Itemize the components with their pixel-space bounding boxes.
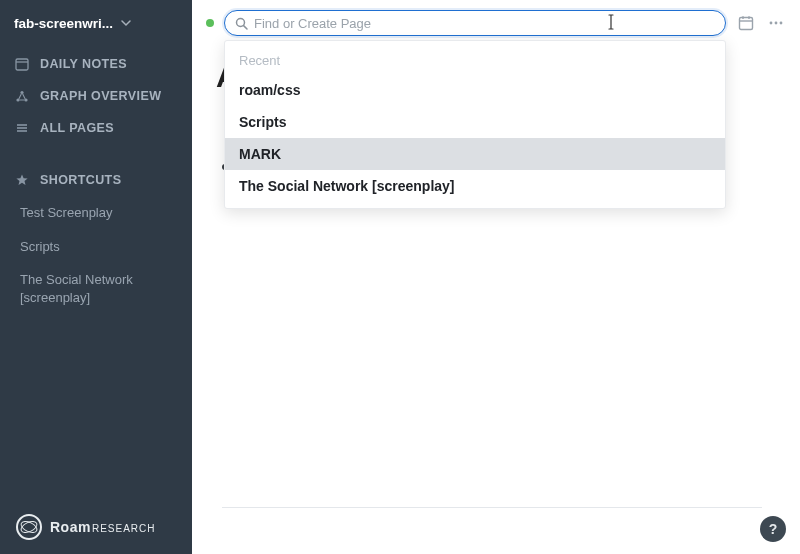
graph-icon xyxy=(14,88,30,104)
svg-point-4 xyxy=(20,91,23,94)
sidebar-item-all-pages[interactable]: ALL PAGES xyxy=(0,112,192,144)
dropdown-item[interactable]: roam/css xyxy=(225,74,725,106)
chevron-down-icon xyxy=(121,14,131,32)
dropdown-item[interactable]: The Social Network [screenplay] xyxy=(225,170,725,202)
svg-line-9 xyxy=(244,25,247,28)
help-button-label: ? xyxy=(769,521,778,537)
sidebar-item-label: DAILY NOTES xyxy=(40,57,127,71)
svg-rect-10 xyxy=(740,18,753,30)
calendar-icon xyxy=(14,56,30,72)
search-box[interactable] xyxy=(224,10,726,36)
search-dropdown: Recent roam/css Scripts MARK The Social … xyxy=(224,40,726,209)
search-icon xyxy=(235,17,248,30)
divider xyxy=(222,507,762,508)
dropdown-item-label: The Social Network [screenplay] xyxy=(239,178,455,194)
svg-point-15 xyxy=(775,22,778,25)
more-icon[interactable] xyxy=(766,13,786,33)
database-selector[interactable]: fab-screenwri... xyxy=(0,4,192,42)
dropdown-item[interactable]: MARK xyxy=(225,138,725,170)
dropdown-item-label: roam/css xyxy=(239,82,300,98)
sidebar-item-label: ALL PAGES xyxy=(40,121,114,135)
database-name: fab-screenwri... xyxy=(14,16,113,31)
shortcut-item[interactable]: The Social Network [screenplay] xyxy=(0,263,192,314)
roam-logo-icon xyxy=(16,514,42,540)
shortcut-item[interactable]: Test Screenplay xyxy=(0,196,192,230)
sidebar-shortcuts-header: SHORTCUTS xyxy=(0,164,192,196)
topbar: Recent roam/css Scripts MARK The Social … xyxy=(192,0,800,46)
main-area: Recent roam/css Scripts MARK The Social … xyxy=(192,0,800,554)
brand[interactable]: RoamRESEARCH xyxy=(0,500,192,554)
menu-icon xyxy=(14,120,30,136)
shortcut-label: The Social Network [screenplay] xyxy=(20,272,133,305)
sidebar-item-graph-overview[interactable]: GRAPH OVERVIEW xyxy=(0,80,192,112)
dropdown-item[interactable]: Scripts xyxy=(225,106,725,138)
shortcut-label: Scripts xyxy=(20,239,60,254)
sidebar-item-daily-notes[interactable]: DAILY NOTES xyxy=(0,48,192,80)
svg-rect-0 xyxy=(16,59,28,70)
dropdown-section-header: Recent xyxy=(225,47,725,74)
sync-status-dot[interactable] xyxy=(206,19,214,27)
dropdown-item-label: MARK xyxy=(239,146,281,162)
search-wrap: Recent roam/css Scripts MARK The Social … xyxy=(224,10,726,36)
svg-point-14 xyxy=(770,22,773,25)
sidebar-nav: DAILY NOTES GRAPH OVERVIEW ALL PAGES xyxy=(0,48,192,144)
sidebar: fab-screenwri... DAILY NOTES GRAPH OVERV… xyxy=(0,0,192,554)
sidebar-item-label: GRAPH OVERVIEW xyxy=(40,89,161,103)
calendar-icon[interactable] xyxy=(736,13,756,33)
shortcut-label: Test Screenplay xyxy=(20,205,113,220)
shortcut-item[interactable]: Scripts xyxy=(0,230,192,264)
search-input[interactable] xyxy=(254,16,715,31)
help-button[interactable]: ? xyxy=(760,516,786,542)
brand-text: RoamRESEARCH xyxy=(50,519,155,535)
sidebar-shortcuts-label: SHORTCUTS xyxy=(40,173,121,187)
star-icon xyxy=(14,172,30,188)
svg-point-16 xyxy=(780,22,783,25)
dropdown-item-label: Scripts xyxy=(239,114,286,130)
